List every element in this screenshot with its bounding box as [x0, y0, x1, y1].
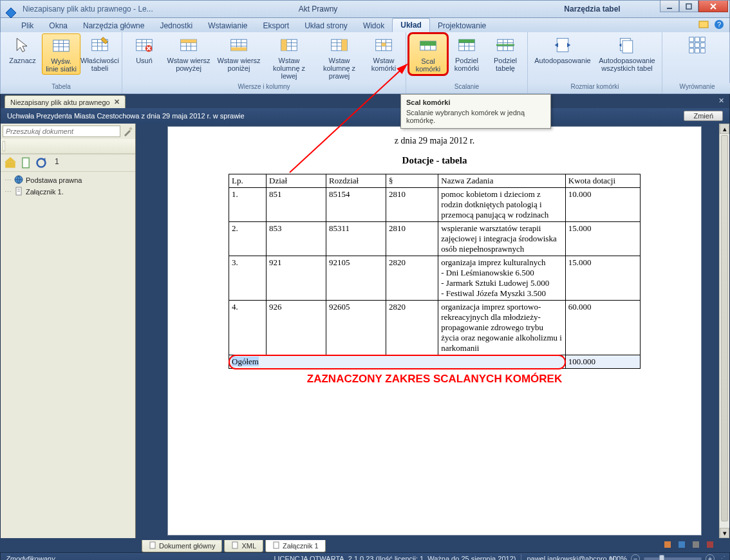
scroll-up-icon[interactable]: ▴	[720, 124, 729, 134]
bottom-icon-1[interactable]	[663, 540, 672, 549]
ribbon-btn-label: Właściwości tabeli	[80, 57, 119, 72]
menu-tab-układ-strony[interactable]: Układ strony	[297, 19, 355, 32]
wstaw-komorki-button[interactable]: Wstaw komórki	[364, 33, 403, 73]
svg-rect-70	[622, 41, 633, 53]
autodopasowanie-wszystkich-tabel-button[interactable]: Autodopasowanie wszystkich tabel	[595, 33, 659, 73]
close-tab-icon[interactable]: ✕	[114, 98, 120, 106]
ribbon-group-label: Rozmiar komórki	[528, 83, 662, 93]
svg-rect-51	[382, 43, 386, 46]
change-button[interactable]: Zmień	[684, 111, 723, 121]
svg-rect-72	[695, 37, 700, 42]
menu-tab-eksport[interactable]: Eksport	[255, 19, 297, 32]
table-row[interactable]: 4.926926052820organizacja imprez sportow…	[229, 301, 641, 355]
nav-doc-icon[interactable]	[20, 157, 32, 169]
tree-node[interactable]: ⋯Załącznik 1.	[5, 186, 131, 198]
status-license: LICENCJA OTWARTA, 2.1.0.23 (Ilość licenc…	[274, 555, 516, 560]
svg-rect-93	[150, 542, 155, 548]
table-total-row[interactable]: Ogółem100.000	[229, 355, 641, 369]
resize-grip-icon[interactable]: ⋰	[718, 555, 725, 561]
status-bar: Zmodyfikowany LICENCJA OTWARTA, 2.1.0.23…	[0, 552, 730, 560]
bottom-tab-załącznik-1[interactable]: Załącznik 1	[265, 540, 326, 552]
svg-rect-74	[689, 43, 694, 48]
bottom-icon-4[interactable]	[706, 540, 715, 549]
app-small-icon[interactable]	[698, 19, 709, 30]
doc-icon	[272, 541, 280, 550]
wstaw-kolumne-z-prawej-button[interactable]: Wstaw kolumnę z prawej	[314, 33, 364, 81]
close-all-tabs-icon[interactable]: ✕	[718, 97, 724, 105]
scal-komorki-button[interactable]: Scal komórki	[409, 33, 447, 75]
podziel-komorki-button[interactable]: Podziel komórki	[447, 33, 486, 73]
svg-rect-1	[667, 8, 672, 9]
usun-button[interactable]: Usuń	[125, 33, 164, 66]
scroll-down-icon[interactable]: ▾	[720, 528, 729, 538]
ribbon-btn-label: Wstaw kolumnę z prawej	[317, 57, 362, 80]
window-title-left: Niezapisany plik aktu prawnego - Le...	[1, 5, 181, 14]
align-grid-icon	[687, 35, 707, 55]
ribbon-btn-label: Wyśw. linie siatki	[45, 57, 77, 73]
autofit-icon	[552, 35, 573, 55]
svg-rect-2	[686, 4, 691, 9]
wstaw-wiersz-ponizej-button[interactable]: Wstaw wiersz poniżej	[214, 33, 264, 73]
split-table-icon	[495, 35, 516, 55]
nav-refresh-icon[interactable]	[35, 157, 47, 169]
menu-tab-wstawianie[interactable]: Wstawianie	[200, 19, 255, 32]
data-table[interactable]: Lp.DziałRozdział§Nazwa ZadaniaKwota dota…	[229, 174, 641, 369]
svg-rect-75	[695, 43, 700, 48]
menu-tab-układ[interactable]: Układ	[392, 18, 430, 32]
table-row[interactable]: 2.853853112810wspieranie warsztatów tera…	[229, 222, 641, 256]
close-button[interactable]	[698, 1, 728, 12]
ribbon: ZaznaczWyśw. linie siatkiWłaściwości tab…	[0, 32, 730, 94]
svg-rect-53	[420, 41, 436, 46]
maximize-button[interactable]	[679, 1, 698, 12]
menu-tab-okna[interactable]: Okna	[41, 19, 75, 32]
wstaw-kolumne-z-lewej-button[interactable]: Wstaw kolumnę z lewej	[264, 33, 314, 81]
bottom-icon-3[interactable]	[691, 540, 700, 549]
cursor-icon	[12, 35, 33, 55]
vertical-scrollbar[interactable]: ▴ ▾	[719, 124, 729, 538]
svg-rect-96	[664, 541, 671, 548]
wlasciwosci-tabeli-button[interactable]: Właściwości tabeli	[80, 33, 119, 73]
search-input[interactable]	[3, 126, 120, 137]
table-row[interactable]: 1.851851542810pomoc kobietom i dzieciom …	[229, 188, 641, 222]
zoom-slider[interactable]	[644, 557, 702, 560]
bottom-tab-xml[interactable]: XML	[224, 540, 263, 552]
document-viewport: z dnia 29 maja 2012 r. Dotacje - tabela …	[136, 124, 719, 538]
autodopasowanie-button[interactable]: Autodopasowanie	[530, 33, 595, 66]
view-outline-icon[interactable]	[3, 141, 5, 151]
wysw-linie-siatki-button[interactable]: Wyśw. linie siatki	[42, 33, 80, 75]
bottom-tab-label: Dokument główny	[159, 542, 215, 550]
minimize-button[interactable]	[660, 1, 679, 12]
scroll-thumb[interactable]	[721, 135, 728, 521]
table-row[interactable]: 3.921921052820organizaja imprez kultural…	[229, 256, 641, 301]
zoom-out-icon[interactable]: −	[631, 554, 640, 560]
svg-rect-81	[129, 127, 133, 131]
podziel-tabele-button[interactable]: Podziel tabelę	[486, 33, 525, 73]
cells-icon	[373, 35, 394, 55]
menu-tab-narzędzia-główne[interactable]: Narzędzia główne	[75, 19, 152, 32]
bottom-tab-label: XML	[241, 542, 256, 550]
ribbon-group-label: Wyrównanie	[662, 83, 730, 93]
bottom-tab-dokument-główny[interactable]: Dokument główny	[142, 540, 222, 552]
document-header-bar: Uchwała Prezydenta Miasta Czestochowa z …	[0, 108, 730, 124]
zoom-in-icon[interactable]: +	[706, 554, 715, 560]
help-icon[interactable]: ?	[714, 19, 724, 30]
bottom-icon-2[interactable]	[677, 540, 686, 549]
clear-search-icon[interactable]	[123, 126, 133, 136]
menu-tab-jednostki[interactable]: Jednostki	[152, 19, 200, 32]
svg-rect-95	[274, 542, 279, 548]
menu-tab-projektowanie[interactable]: Projektowanie	[430, 19, 494, 32]
bottom-tab-label: Załącznik 1	[283, 542, 319, 550]
sidebar: 1 ⋯Podstawa prawna⋯Załącznik 1.	[1, 124, 136, 538]
wyrownanie-button[interactable]	[665, 33, 729, 58]
svg-rect-61	[459, 39, 475, 42]
wstaw-wiersz-powyzej-button[interactable]: Wstaw wiersz powyżej	[164, 33, 214, 73]
tree-node[interactable]: ⋯Podstawa prawna	[5, 174, 131, 186]
svg-rect-85	[5, 162, 15, 168]
menu-tab-widok[interactable]: Widok	[355, 19, 392, 32]
tree-node-label: Podstawa prawna	[26, 176, 82, 184]
menu-tab-plik[interactable]: Plik	[14, 19, 41, 32]
table-header-row: Lp.DziałRozdział§Nazwa ZadaniaKwota dota…	[229, 174, 641, 188]
zaznacz-button[interactable]: Zaznacz	[3, 33, 42, 66]
nav-home-icon[interactable]	[5, 157, 16, 169]
document-tab[interactable]: Niezapisany plik aktu prawnego ✕	[5, 95, 126, 108]
